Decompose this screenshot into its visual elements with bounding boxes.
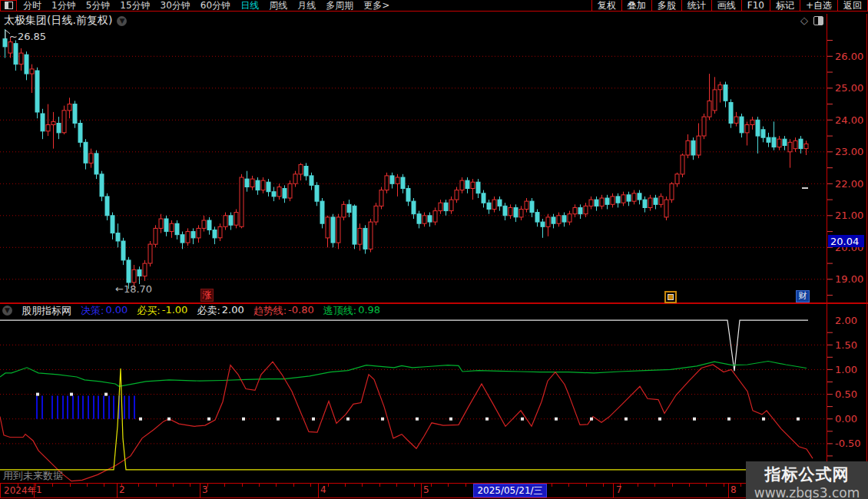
price-axis-label: 23.00 <box>835 146 863 157</box>
indicator-name: 股朋指标网 <box>22 304 71 318</box>
signal-dots <box>36 393 800 421</box>
toolbar-divider <box>0 11 868 12</box>
indicator-axis-label: 1.00 <box>835 364 857 375</box>
period-tabs: 分时1分钟5分钟15分钟30分钟60分钟日线周线月线多周期更多> <box>23 0 389 11</box>
timeline-tick <box>310 484 311 487</box>
timeline-month-boundary <box>200 484 200 497</box>
timeline-tick <box>345 484 346 487</box>
timeline-tick <box>18 484 18 487</box>
watermark-url: www.zbgs3.com <box>746 485 868 499</box>
timeline-tick <box>552 484 552 487</box>
timeline-month-boundary <box>34 484 35 497</box>
panel-split-icon[interactable] <box>813 16 823 25</box>
toolbar-button-复权[interactable]: 复权 <box>591 0 621 11</box>
indicator-field-label: 决策: <box>81 304 104 318</box>
timeline-month-label: 7 <box>616 484 622 495</box>
toolbar-button-多股[interactable]: 多股 <box>651 0 681 11</box>
timeline-month-label: 2 <box>119 484 125 495</box>
toolbar-button-+自选[interactable]: +自选 <box>800 0 837 11</box>
timeline-tick <box>465 484 466 487</box>
decision-bars <box>37 396 134 419</box>
timeline-tick <box>190 484 190 487</box>
toolbar-button-统计[interactable]: 统计 <box>681 0 711 11</box>
chart-title-row: 太极集团(日线.前复权) ▼ <box>4 14 127 28</box>
marker-square-icon[interactable] <box>664 291 677 303</box>
diamond-icon[interactable]: ◇ <box>800 15 808 25</box>
price-axis-label: 21.00 <box>835 210 863 221</box>
timeline-tick <box>293 484 294 487</box>
toolbar-button-返回[interactable]: 返回 <box>837 0 868 11</box>
last-price-tag: 20.04 <box>830 236 859 247</box>
marker-square-inner <box>668 294 674 300</box>
price-axis-label: 22.00 <box>835 178 863 190</box>
timeline-month-boundary <box>613 484 614 497</box>
future-data-note: 用到未来数据 <box>3 469 63 483</box>
candlestick-chart[interactable]: 26.0025.0024.0023.0022.0021.0020.0019.00… <box>0 28 868 302</box>
timeline-tick <box>173 484 174 487</box>
timeline-month-boundary <box>117 484 118 497</box>
series-必卖 <box>0 320 808 371</box>
chevron-down-icon[interactable]: ▼ <box>117 16 127 26</box>
price-axis-label: 24.00 <box>835 114 863 126</box>
series-必买 <box>0 368 826 470</box>
chevron-down-icon[interactable]: ▼ <box>2 306 12 316</box>
timeline-tick <box>104 484 104 487</box>
indicator-axis-label: 0.00 <box>835 413 857 425</box>
period-tab-分时[interactable]: 分时 <box>23 0 41 11</box>
period-tab-日线[interactable]: 日线 <box>240 0 259 11</box>
timeline-tick <box>138 484 139 487</box>
period-tab-周线[interactable]: 周线 <box>269 0 287 11</box>
timeline-tick <box>224 484 225 487</box>
timeline-tick <box>87 484 88 487</box>
timeline-month-label: 4 <box>320 484 326 495</box>
indicator-field-label: 逃顶线: <box>323 304 356 318</box>
timeline-month-label: 8 <box>731 484 737 495</box>
timeline-tick <box>448 484 449 487</box>
timeline-tick <box>242 484 243 487</box>
finance-badge-icon[interactable]: 财 <box>796 290 810 302</box>
period-tab-30分钟[interactable]: 30分钟 <box>161 0 190 11</box>
indicator-field-value: -0.80 <box>288 304 314 318</box>
toolbar-button-F10[interactable]: F10 <box>741 0 770 11</box>
toolbar-button-标记[interactable]: 标记 <box>770 0 800 11</box>
timeline-tick <box>52 484 53 487</box>
indicator-axis-label: -0.50 <box>835 438 861 449</box>
period-tab-1分钟[interactable]: 1分钟 <box>51 0 76 11</box>
toolbar-button-叠加[interactable]: 叠加 <box>621 0 651 11</box>
timeline-tick <box>689 484 690 487</box>
timeline-month-label: 5 <box>423 484 429 495</box>
panel-divider-line <box>0 302 868 304</box>
price-axis-label: 19.00 <box>835 273 863 285</box>
timeline-month-boundary <box>728 484 729 497</box>
toolbar-button-画线[interactable]: 画线 <box>711 0 741 11</box>
period-tab-5分钟[interactable]: 5分钟 <box>86 0 111 11</box>
high-annotation: ~26.85 <box>9 31 46 42</box>
price-axis-label: 25.00 <box>835 82 863 94</box>
timeline-month-boundary <box>421 484 422 497</box>
indicator-field-必卖: 必卖:2.00 <box>197 304 244 318</box>
period-tab-月线[interactable]: 月线 <box>297 0 316 11</box>
stock-app-window: 分时1分钟5分钟15分钟30分钟60分钟日线周线月线多周期更多> 复权叠加多股统… <box>0 0 868 499</box>
period-tab-60分钟[interactable]: 60分钟 <box>200 0 230 11</box>
period-tab-多周期[interactable]: 多周期 <box>326 0 353 11</box>
indicator-chart[interactable]: 2.001.501.000.500.00-0.50 <box>0 302 868 499</box>
indicator-header: ▼ 股朋指标网 决策:0.00必买:-1.00必卖:2.00趋势线:-0.80逃… <box>2 305 380 316</box>
timeline-tick <box>431 484 432 487</box>
layout-toggle-button[interactable] <box>0 0 17 12</box>
timeline-tick <box>259 484 260 487</box>
timeline-tick <box>638 484 638 487</box>
timeline-selected-date: 2025/05/21/三 <box>473 484 547 497</box>
period-tab-15分钟[interactable]: 15分钟 <box>120 0 150 11</box>
indicator-axis-label: 0.50 <box>835 388 857 400</box>
axis-divider-line <box>827 14 827 499</box>
timeline-year-label: 2024年 <box>4 484 37 497</box>
indicator-field-label: 必买: <box>137 304 160 318</box>
action-buttons: 复权叠加多股统计画线F10标记+自选返回 <box>591 0 868 11</box>
timeline-tick <box>568 484 569 487</box>
indicator-axis-label: 2.00 <box>835 315 857 326</box>
timeline-tick <box>724 484 724 487</box>
title-corner-icons: ◇ <box>800 15 823 25</box>
indicator-field-趋势线: 趋势线:-0.80 <box>253 304 314 318</box>
period-tab-更多>[interactable]: 更多> <box>363 0 389 11</box>
timeline-axis[interactable]: 2024年 12345782025/05/21/三 <box>0 483 868 498</box>
